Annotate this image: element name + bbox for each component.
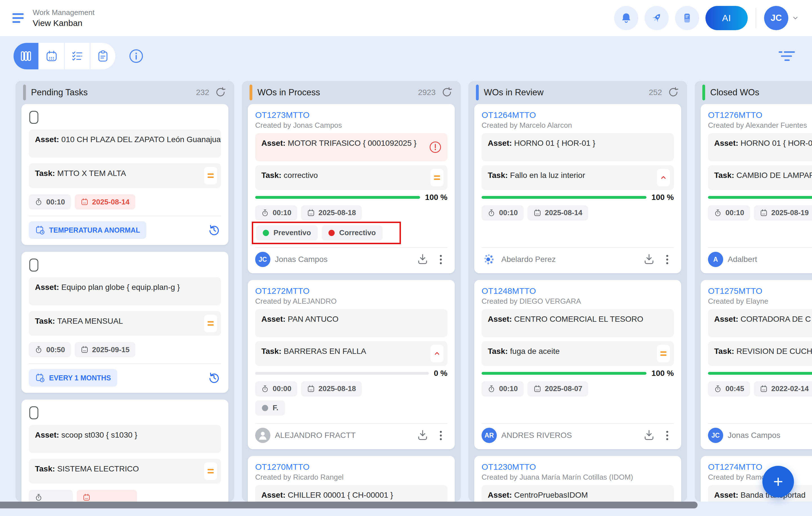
- more-options-button[interactable]: [660, 253, 674, 266]
- task-field-label: Task:: [261, 171, 281, 180]
- calendar-icon: [82, 493, 91, 501]
- task-checkbox[interactable]: [29, 111, 38, 124]
- due-date-chip: 2025-08-07: [527, 381, 588, 397]
- workorder-link[interactable]: OT1273MTTO: [255, 110, 447, 119]
- workorder-link[interactable]: OT1275MTTO: [708, 286, 812, 295]
- user-menu-button[interactable]: JC: [764, 6, 800, 30]
- task-field-value: CAMBIO DE LAMPARA: [736, 171, 812, 180]
- spacer: [255, 244, 447, 247]
- task-card[interactable]: Asset:Equipo plan globe { equip.plan-g }…: [22, 252, 228, 393]
- refresh-button[interactable]: [667, 86, 679, 99]
- download-button[interactable]: [642, 253, 656, 266]
- column-header: WOs in Review252: [474, 81, 681, 104]
- task-card[interactable]: Asset:scoop st030 { s1030 }Task:SISTEMA …: [22, 400, 228, 501]
- more-options-button[interactable]: [434, 253, 447, 266]
- workorder-card[interactable]: OT1264MTTOCreated by Marcelo AlarconAsse…: [474, 104, 681, 273]
- download-button[interactable]: [642, 429, 656, 442]
- workorder-link[interactable]: OT1276MTTO: [708, 110, 812, 119]
- workorder-card[interactable]: OT1270MTTOCreated by Ricardo RangelAsset…: [248, 456, 455, 501]
- spacer: [255, 415, 447, 423]
- view-toolbar: [13, 43, 796, 69]
- task-field-label: Task:: [261, 347, 281, 355]
- asset-field: Asset:CENTRO COMERCIAL EL TESORO: [482, 309, 674, 337]
- card-chips: 00:002025-08-18: [255, 381, 447, 397]
- priority-bar: [207, 472, 214, 474]
- stopwatch-icon: [714, 384, 722, 393]
- priority-medium-icon: [204, 315, 217, 332]
- menu-icon[interactable]: [12, 13, 24, 23]
- assignee-name: Jonas Campos: [728, 431, 812, 440]
- info-button[interactable]: [128, 48, 144, 64]
- boost-button[interactable]: [644, 6, 669, 30]
- task-field: Task:BARRERAS EN FALLA: [255, 341, 447, 366]
- duration-chip: 00:10: [708, 205, 750, 221]
- download-button[interactable]: [416, 429, 429, 442]
- workorder-card[interactable]: OT1272MTTOCreated by ALEJANDROAsset:PAN …: [248, 280, 455, 449]
- bell-icon: [620, 12, 632, 24]
- workorder-card[interactable]: OT1273MTTOCreated by Jonas CamposAsset:M…: [248, 104, 455, 273]
- workorder-card[interactable]: OT1275MTTOCreated by ElayneAsset:CORTADO…: [701, 280, 812, 449]
- tag-dot: [328, 230, 335, 236]
- tab-workorders-view[interactable]: [90, 43, 115, 69]
- workorder-link[interactable]: OT1264MTTO: [482, 110, 674, 119]
- due-date-chip-text: 2022-02-14: [772, 384, 809, 393]
- calendar-icon: [307, 209, 315, 217]
- column-count: 252: [649, 88, 662, 97]
- notifications-button[interactable]: [614, 6, 638, 30]
- refresh-button[interactable]: [214, 86, 227, 99]
- ai-assistant-button[interactable]: AI: [705, 6, 748, 30]
- workorder-link[interactable]: OT1272MTTO: [255, 286, 447, 295]
- avatar: AR: [482, 428, 497, 443]
- filter-button[interactable]: [777, 49, 796, 63]
- type-tag-text: Correctivo: [339, 228, 376, 237]
- workorder-link[interactable]: OT1230MTTO: [482, 462, 674, 471]
- task-field-label: Task:: [488, 347, 508, 355]
- documents-button[interactable]: [675, 6, 699, 30]
- due-date-chip: 2025-09-15: [75, 342, 135, 357]
- stopwatch-icon: [261, 209, 269, 217]
- tab-calendar-view[interactable]: [39, 43, 64, 69]
- task-checkbox[interactable]: [29, 406, 38, 419]
- column-title: Closed WOs: [710, 87, 759, 97]
- header-actions: AI JC: [614, 6, 800, 30]
- refresh-icon: [441, 86, 453, 98]
- calendar-icon: [759, 384, 768, 393]
- workorder-card[interactable]: OT1248MTTOCreated by DIEGO VERGARAAsset:…: [474, 280, 681, 449]
- workorder-link[interactable]: OT1274MTTO: [708, 462, 812, 471]
- progress-track: [255, 196, 420, 199]
- workorder-card[interactable]: OT1276MTTOCreated by Alexander FuentesAs…: [701, 104, 812, 273]
- download-button[interactable]: [416, 253, 429, 266]
- due-date-chip: 2025-08-14: [527, 205, 588, 221]
- download-icon: [642, 253, 656, 266]
- duration-chip: 00:10: [255, 205, 297, 221]
- duration-chip: 00:00: [255, 381, 297, 397]
- history-button[interactable]: [207, 371, 221, 385]
- refresh-button[interactable]: [441, 86, 453, 99]
- task-field: Task:REVISION DE CUCH: [708, 341, 812, 366]
- card-chips: 00:102025-08-19: [708, 205, 812, 221]
- workorder-link[interactable]: OT1270MTTO: [255, 462, 447, 471]
- history-button[interactable]: [207, 223, 221, 237]
- more-options-button[interactable]: [434, 429, 447, 442]
- asset-field-value: HORNO 01 { HOR-01 }: [741, 139, 812, 147]
- card-footer: JCJonas Campos: [708, 423, 812, 443]
- horizontal-scrollbar[interactable]: [0, 501, 698, 508]
- workorder-card[interactable]: OT1274MTTOCreated by Ramon ToroAsset:Ban…: [701, 456, 812, 501]
- card-footer: Abelardo Perez: [482, 247, 674, 267]
- task-card[interactable]: Asset:010 CH PLAZA DEL ZAPATO León Guana…: [22, 104, 228, 245]
- calendar-icon: [533, 209, 542, 217]
- task-field-value: SISTEMA ELECTRICO: [57, 464, 139, 473]
- card-chips: 00:102025-08-07: [482, 381, 674, 397]
- task-checkbox[interactable]: [29, 259, 38, 271]
- tab-checklist-view[interactable]: [65, 43, 90, 69]
- add-button[interactable]: +: [762, 466, 794, 497]
- workorder-link[interactable]: OT1248MTTO: [482, 286, 674, 295]
- column-cards: OT1276MTTOCreated by Alexander FuentesAs…: [701, 104, 812, 501]
- tab-kanban-view[interactable]: [13, 43, 38, 69]
- workorder-card[interactable]: OT1230MTTOCreated by Juana María Marín C…: [474, 456, 681, 501]
- more-options-button[interactable]: [660, 429, 674, 442]
- type-tag: F.: [255, 400, 285, 415]
- assignee-name: Abelardo Perez: [501, 255, 638, 264]
- due-date-chip: 2025-08-18: [301, 205, 362, 221]
- asset-field: Asset:Equipo plan globe { equip.plan-g }: [29, 277, 221, 305]
